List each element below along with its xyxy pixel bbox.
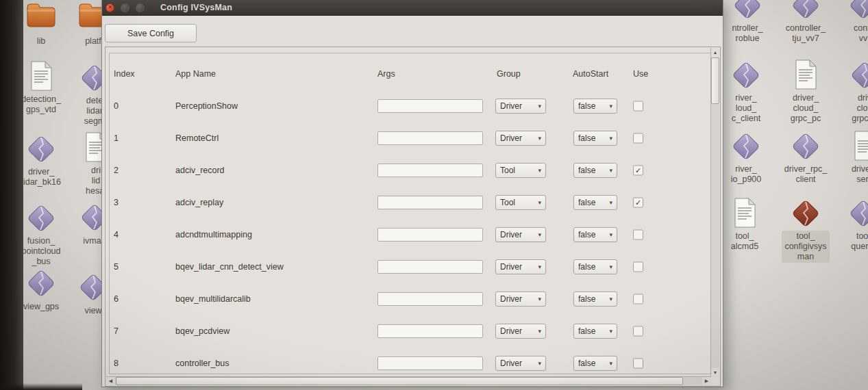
args-input[interactable] [377,228,483,242]
desktop-icon-label: contrvv [851,23,868,44]
row-index: 3 [114,198,119,207]
autostart-dropdown[interactable]: false [573,324,617,339]
group-dropdown[interactable]: Tool [495,195,546,210]
desktop-icon-tool-configivsysman[interactable]: tool_configivsysman [773,197,839,263]
use-checkbox[interactable] [633,133,643,143]
close-icon[interactable] [106,3,114,12]
header-group: Group [497,69,521,81]
table-rows: 0PerceptionShowDriverfalse1RemoteCtrlDri… [106,90,721,380]
autostart-dropdown[interactable]: false [573,163,617,178]
desktop-icon-driver-cloud-grpc-pc[interactable]: driver_cloud_grpc_pc [773,59,839,125]
args-input[interactable] [377,99,483,113]
use-checkbox[interactable] [633,261,643,272]
header-index: Index [114,69,135,81]
group-dropdown[interactable]: Driver [495,131,546,146]
horizontal-scrollbar-thumb[interactable] [116,377,683,385]
desktop-icon-label: river_loud_c_client [729,92,763,125]
use-checkbox[interactable] [633,294,643,304]
group-dropdown[interactable]: Driver [495,259,546,274]
diamond-icon [830,197,868,230]
row-index: 6 [114,294,119,304]
row-index: 0 [114,101,119,111]
desktop-icon-label: lib [34,36,49,47]
autostart-dropdown[interactable]: false [573,291,617,307]
titlebar[interactable]: Config IVSysMan [102,0,723,16]
desktop-icon-label: driver_cloud_grpc_pc [788,92,823,125]
args-input[interactable] [377,292,483,306]
autostart-dropdown[interactable]: false [573,131,617,146]
desktop-icon-controller-vv[interactable]: contrvv [830,0,868,44]
scroll-down-icon[interactable] [711,368,719,377]
autostart-dropdown[interactable]: false [573,99,617,114]
desktop-icon-label: drivclougrpc_s [849,92,868,125]
args-input[interactable] [377,356,483,370]
row-index: 7 [114,326,119,336]
table-row: 2adciv_recordToolfalse [106,154,721,186]
group-dropdown[interactable]: Tool [495,163,546,178]
use-checkbox[interactable] [633,358,643,368]
desktop-icon-label: toolqueryr [848,231,868,252]
horizontal-scrollbar[interactable] [106,376,711,385]
vertical-scrollbar-thumb[interactable] [711,57,719,104]
table-row: 8controller_busDriverfalse [106,347,721,379]
scroll-right-icon[interactable] [702,377,711,385]
desktop-icon-label: ntroller_roblue [729,23,765,44]
use-checkbox[interactable] [633,101,643,111]
desktop-icon-label: view_gps [21,301,62,313]
app-name: adciv_replay [175,198,223,207]
save-config-button[interactable]: Save Config [105,24,197,42]
window-title: Config IVSysMan [160,3,232,12]
group-dropdown[interactable]: Driver [495,227,546,242]
args-input[interactable] [377,164,483,177]
desktop-icon-label: driver_rpc_client [782,164,830,185]
group-dropdown[interactable]: Driver [495,291,546,307]
autostart-dropdown[interactable]: false [573,195,617,210]
document-icon [832,130,868,163]
diamond-icon [773,0,839,22]
table-row: 1RemoteCtrlDriverfalse [106,122,721,154]
args-input[interactable] [377,324,483,338]
use-checkbox[interactable] [633,326,643,336]
desktop-icon-driver-rpc-client[interactable]: driver_rpc_client [773,130,839,185]
app-name: bqev_multilidarcalib [175,294,251,304]
group-dropdown[interactable]: Driver [495,324,546,339]
desktop-icon-controller-roblue[interactable]: ntroller_roblue [715,0,780,44]
use-checkbox[interactable] [633,229,643,239]
app-table: Index App Name Args Group AutoStart Use … [105,47,721,387]
row-index: 8 [114,359,119,368]
table-row: 6bqev_multilidarcalibDriverfalse [106,283,721,315]
row-index: 1 [114,133,119,143]
args-input[interactable] [377,196,483,209]
desktop-icon-label: tool_configivsysman [782,231,829,263]
vertical-scrollbar[interactable] [710,48,719,377]
diamond-icon [773,130,839,163]
desktop-icon-driver-server[interactable]: driver_serv [832,130,868,185]
args-input[interactable] [377,260,483,274]
app-name: adcndtmultimapping [175,230,252,239]
scroll-left-icon[interactable] [106,377,115,385]
app-name: adciv_record [175,166,225,175]
desktop-icon-driver-cloud-grpc-s[interactable]: drivclougrpc_s [832,59,868,125]
minimize-icon[interactable] [121,3,129,12]
group-dropdown[interactable]: Driver [495,99,546,114]
table-row: 5bqev_lidar_cnn_detect_viewDriverfalse [106,250,721,283]
desktop-icon-controller-tju-vv7[interactable]: controller_tju_vv7 [773,0,839,44]
desktop-icon-label: river_io_p900 [728,164,765,185]
autostart-dropdown[interactable]: false [573,227,617,242]
diamond-icon [715,0,780,22]
document-icon [773,59,839,92]
monitor-bezel [0,0,23,390]
row-index: 5 [114,262,119,272]
args-input[interactable] [377,131,483,145]
maximize-icon[interactable] [136,3,145,12]
group-dropdown[interactable]: Driver [495,356,546,371]
autostart-dropdown[interactable]: false [573,259,617,274]
desktop-icon-tool-queryr[interactable]: toolqueryr [830,197,868,252]
monitor-bezel-bottom [0,383,82,390]
app-name: RemoteCtrl [175,133,219,143]
scroll-up-icon[interactable] [711,48,719,57]
use-checkbox[interactable] [633,165,643,175]
use-checkbox[interactable] [633,197,643,207]
autostart-dropdown[interactable]: false [573,356,617,371]
app-name: bqev_pcdview [175,326,230,336]
